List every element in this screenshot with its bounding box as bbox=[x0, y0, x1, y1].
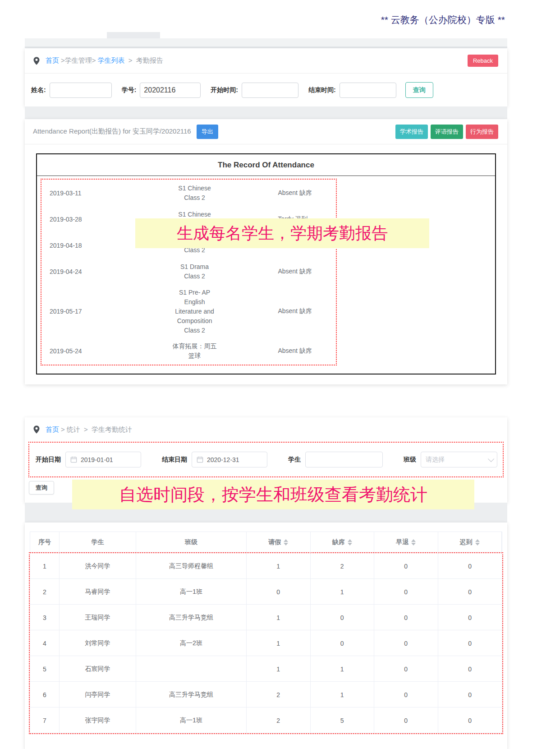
end-time-label: 结束时间: bbox=[308, 86, 336, 94]
stats-header-cell[interactable]: 学生 bbox=[60, 532, 136, 553]
end-date-value: 2020-12-31 bbox=[207, 456, 239, 463]
stats-header-cell[interactable]: 早退 bbox=[374, 532, 438, 553]
student-id-input[interactable] bbox=[140, 83, 201, 98]
start-time-input[interactable] bbox=[242, 83, 298, 98]
chevron-down-icon bbox=[488, 455, 494, 462]
breadcrumb: 首页>学生管理>学生列表 > 考勤报告 Reback bbox=[25, 48, 507, 74]
cell-absent: 2 bbox=[311, 553, 375, 579]
table-row: 2 马睿同学 高一1班 0 1 0 0 bbox=[30, 579, 502, 605]
stats-table-body: 1 洪今同学 高三导师程馨组 1 2 0 0 2 马睿同学 高一1班 0 bbox=[30, 553, 502, 733]
report-title: Attendance Report(出勤报告) for 安玉同学/2020211… bbox=[33, 127, 191, 136]
stats-header-cell[interactable]: 序号 bbox=[30, 532, 60, 553]
attendance-date: 2019-04-18 bbox=[41, 242, 112, 249]
sort-arrows-icon[interactable] bbox=[348, 539, 352, 546]
attendance-record-box: The Record Of Attendance 2019-03-11 S1 C… bbox=[36, 153, 496, 374]
attendance-course: 体育拓展：周五篮球 bbox=[112, 342, 277, 361]
attendance-record-card: Attendance Report(出勤报告) for 安玉同学/2020211… bbox=[25, 119, 507, 384]
cell-tardy: 0 bbox=[438, 656, 502, 682]
stats-header-label: 学生 bbox=[92, 538, 104, 546]
breadcrumb-home-link[interactable]: 首页 bbox=[46, 56, 59, 64]
cell-early-leave: 0 bbox=[374, 553, 438, 579]
panel-top-strip bbox=[25, 38, 507, 48]
attendance-status: Absent 缺席 bbox=[277, 347, 336, 355]
stats-header-cell[interactable]: 缺席 bbox=[311, 532, 375, 553]
report-search-form: 姓名: 学号: 开始时间: 结束时间: 查询 bbox=[25, 74, 507, 106]
cell-student: 石宸同学 bbox=[60, 656, 136, 682]
record-title: The Record Of Attendance bbox=[37, 154, 495, 176]
name-input[interactable] bbox=[50, 83, 112, 98]
cell-index: 7 bbox=[30, 707, 60, 733]
stats-header-label: 迟到 bbox=[460, 538, 473, 546]
start-date-group: 开始日期 2019-01-01 bbox=[36, 452, 141, 467]
student-input[interactable] bbox=[305, 452, 383, 467]
cell-tardy: 0 bbox=[438, 605, 502, 630]
location-pin-icon bbox=[32, 56, 41, 65]
comment-report-button[interactable]: 评语报告 bbox=[431, 125, 463, 139]
stats-filter-outline: 开始日期 2019-01-01 结束日期 2020-12-31 学生 bbox=[28, 442, 504, 477]
stats-query-button[interactable]: 查询 bbox=[29, 481, 54, 495]
attendance-course: S1 Pre- APEnglishLiterature andCompositi… bbox=[112, 288, 277, 335]
cell-early-leave: 0 bbox=[374, 605, 438, 630]
cell-leave: 0 bbox=[247, 579, 311, 605]
cell-absent: 0 bbox=[311, 605, 375, 630]
cell-leave: 2 bbox=[247, 682, 311, 707]
stats-header-label: 缺席 bbox=[332, 538, 345, 546]
cell-absent: 1 bbox=[311, 656, 375, 682]
cell-early-leave: 0 bbox=[374, 707, 438, 733]
stats-header-label: 班级 bbox=[185, 538, 197, 546]
cell-class: 高一2班 bbox=[136, 630, 247, 656]
annotation-highlight-2: 自选时间段，按学生和班级查看考勤统计 bbox=[72, 480, 474, 509]
export-button[interactable]: 导出 bbox=[197, 125, 218, 139]
breadcrumb-home-link[interactable]: 首页 bbox=[46, 425, 59, 433]
reback-button[interactable]: Reback bbox=[468, 55, 498, 67]
cell-leave: 1 bbox=[247, 656, 311, 682]
behavior-report-button[interactable]: 行为报告 bbox=[466, 125, 498, 139]
annotation-highlight-1: 生成每名学生，学期考勤报告 bbox=[135, 218, 429, 248]
student-group: 学生 bbox=[288, 452, 383, 467]
cell-tardy: 0 bbox=[438, 579, 502, 605]
cell-tardy: 0 bbox=[438, 682, 502, 707]
sort-arrows-icon[interactable] bbox=[411, 539, 416, 546]
cell-absent: 0 bbox=[311, 630, 375, 656]
student-label: 学生 bbox=[288, 456, 301, 464]
stats-body-annotation-outline: 1 洪今同学 高三导师程馨组 1 2 0 0 2 马睿同学 高一1班 0 bbox=[29, 552, 503, 734]
attendance-stats-panel: 首页>统计 > 学生考勤统计 开始日期 2019-01-01 结束日期 2020… bbox=[25, 417, 507, 749]
stats-header-label: 序号 bbox=[38, 538, 51, 546]
cell-early-leave: 0 bbox=[374, 630, 438, 656]
report-filter-card: 首页>学生管理>学生列表 > 考勤报告 Reback 姓名: 学号: 开始时间:… bbox=[25, 48, 507, 106]
stats-table-card: 序号 学生 班级 请假 缺席 bbox=[25, 522, 507, 749]
attendance-row: 2019-03-11 S1 ChineseClass 2 Absent 缺席 bbox=[41, 180, 336, 206]
attendance-report-panel: 首页>学生管理>学生列表 > 考勤报告 Reback 姓名: 学号: 开始时间:… bbox=[25, 38, 507, 384]
breadcrumb-student-list-link[interactable]: 学生列表 bbox=[98, 56, 125, 64]
start-date-input[interactable]: 2019-01-01 bbox=[65, 452, 141, 467]
cell-student: 闫亭同学 bbox=[60, 682, 136, 707]
stats-header-label: 早退 bbox=[396, 538, 409, 546]
cell-index: 3 bbox=[30, 605, 60, 630]
academic-report-button[interactable]: 学术报告 bbox=[395, 125, 428, 139]
cell-absent: 1 bbox=[311, 682, 375, 707]
end-date-label: 结束日期 bbox=[162, 456, 187, 464]
cell-absent: 1 bbox=[311, 579, 375, 605]
attendance-row: 2019-05-24 体育拓展：周五篮球 Absent 缺席 bbox=[41, 338, 336, 364]
cell-leave: 1 bbox=[247, 630, 311, 656]
end-time-input[interactable] bbox=[340, 83, 396, 98]
sort-arrows-icon[interactable] bbox=[475, 539, 480, 546]
class-select[interactable]: 请选择 bbox=[421, 452, 497, 467]
cell-absent: 5 bbox=[311, 707, 375, 733]
end-date-input[interactable]: 2020-12-31 bbox=[192, 452, 267, 467]
end-date-group: 结束日期 2020-12-31 bbox=[162, 452, 267, 467]
stats-table-header: 序号 学生 班级 请假 缺席 bbox=[30, 532, 502, 552]
stats-header-cell[interactable]: 班级 bbox=[136, 532, 247, 553]
class-select-placeholder: 请选择 bbox=[426, 456, 445, 464]
cell-student: 王瑞同学 bbox=[60, 605, 136, 630]
cell-student: 洪今同学 bbox=[60, 553, 136, 579]
query-button[interactable]: 查询 bbox=[405, 82, 433, 98]
breadcrumb-sep: >学生管理> bbox=[61, 56, 96, 64]
stats-header-cell[interactable]: 请假 bbox=[247, 532, 311, 553]
start-time-label: 开始时间: bbox=[211, 86, 238, 94]
breadcrumb-current: 学生考勤统计 bbox=[92, 425, 132, 433]
calendar-icon bbox=[70, 456, 77, 463]
stats-header-cell[interactable]: 迟到 bbox=[438, 532, 502, 553]
sort-arrows-icon[interactable] bbox=[284, 539, 288, 546]
location-pin-icon bbox=[32, 425, 41, 434]
